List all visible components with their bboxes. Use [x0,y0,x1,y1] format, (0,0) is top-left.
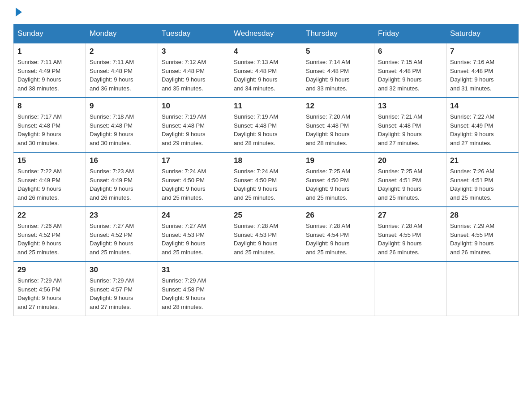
day-info: Sunrise: 7:16 AMSunset: 4:48 PMDaylight:… [450,59,494,92]
day-number: 22 [17,211,82,220]
day-info: Sunrise: 7:11 AMSunset: 4:49 PMDaylight:… [17,59,62,92]
day-number: 30 [90,265,154,274]
day-info: Sunrise: 7:21 AMSunset: 4:48 PMDaylight:… [378,113,422,146]
day-info: Sunrise: 7:23 AMSunset: 4:49 PMDaylight:… [90,168,134,201]
day-number: 9 [90,102,154,111]
day-info: Sunrise: 7:29 AMSunset: 4:55 PMDaylight:… [450,223,494,256]
day-number: 25 [234,211,298,220]
day-info: Sunrise: 7:26 AMSunset: 4:52 PMDaylight:… [17,223,62,256]
logo [13,9,23,15]
weekday-header: Friday [374,25,446,43]
calendar-cell: 28 Sunrise: 7:29 AMSunset: 4:55 PMDaylig… [446,207,519,261]
calendar-cell: 31 Sunrise: 7:29 AMSunset: 4:58 PMDaylig… [158,261,230,316]
day-number: 21 [450,156,515,165]
weekday-header: Sunday [14,25,86,43]
calendar-cell: 21 Sunrise: 7:26 AMSunset: 4:51 PMDaylig… [446,152,519,207]
calendar-cell [230,261,302,316]
calendar-cell: 25 Sunrise: 7:28 AMSunset: 4:53 PMDaylig… [230,207,302,261]
calendar-table: SundayMondayTuesdayWednesdayThursdayFrid… [13,24,519,316]
day-info: Sunrise: 7:24 AMSunset: 4:50 PMDaylight:… [162,168,206,201]
day-info: Sunrise: 7:12 AMSunset: 4:48 PMDaylight:… [162,59,206,92]
day-number: 15 [17,156,82,165]
day-number: 19 [306,156,370,165]
day-number: 14 [450,102,515,111]
calendar-cell: 14 Sunrise: 7:22 AMSunset: 4:49 PMDaylig… [446,98,519,152]
weekday-header: Monday [86,25,158,43]
day-number: 2 [90,47,154,56]
day-info: Sunrise: 7:25 AMSunset: 4:50 PMDaylight:… [306,168,350,201]
day-info: Sunrise: 7:26 AMSunset: 4:51 PMDaylight:… [450,168,494,201]
day-info: Sunrise: 7:13 AMSunset: 4:48 PMDaylight:… [234,59,278,92]
day-info: Sunrise: 7:27 AMSunset: 4:52 PMDaylight:… [90,223,134,256]
day-info: Sunrise: 7:28 AMSunset: 4:55 PMDaylight:… [378,223,422,256]
day-number: 5 [306,47,370,56]
day-info: Sunrise: 7:11 AMSunset: 4:48 PMDaylight:… [90,59,134,92]
day-number: 12 [306,102,370,111]
calendar-cell: 11 Sunrise: 7:19 AMSunset: 4:48 PMDaylig… [230,98,302,152]
calendar-cell [374,261,446,316]
calendar-cell: 13 Sunrise: 7:21 AMSunset: 4:48 PMDaylig… [374,98,446,152]
day-number: 18 [234,156,298,165]
calendar-cell: 30 Sunrise: 7:29 AMSunset: 4:57 PMDaylig… [86,261,158,316]
weekday-header: Tuesday [158,25,230,43]
page-header [13,9,519,15]
calendar-cell: 4 Sunrise: 7:13 AMSunset: 4:48 PMDayligh… [230,43,302,98]
day-info: Sunrise: 7:20 AMSunset: 4:48 PMDaylight:… [306,113,350,146]
calendar-cell: 20 Sunrise: 7:25 AMSunset: 4:51 PMDaylig… [374,152,446,207]
calendar-cell: 1 Sunrise: 7:11 AMSunset: 4:49 PMDayligh… [14,43,86,98]
day-number: 6 [378,47,442,56]
calendar-cell [446,261,519,316]
weekday-header: Wednesday [230,25,302,43]
calendar-cell: 17 Sunrise: 7:24 AMSunset: 4:50 PMDaylig… [158,152,230,207]
calendar-cell: 24 Sunrise: 7:27 AMSunset: 4:53 PMDaylig… [158,207,230,261]
day-number: 27 [378,211,442,220]
day-number: 4 [234,47,298,56]
day-number: 23 [90,211,154,220]
weekday-header: Thursday [302,25,374,43]
day-number: 8 [17,102,82,111]
day-number: 28 [450,211,515,220]
day-number: 11 [234,102,298,111]
day-number: 26 [306,211,370,220]
calendar-cell: 23 Sunrise: 7:27 AMSunset: 4:52 PMDaylig… [86,207,158,261]
calendar-cell: 27 Sunrise: 7:28 AMSunset: 4:55 PMDaylig… [374,207,446,261]
day-number: 16 [90,156,154,165]
calendar-cell: 3 Sunrise: 7:12 AMSunset: 4:48 PMDayligh… [158,43,230,98]
day-number: 1 [17,47,82,56]
calendar-cell: 10 Sunrise: 7:19 AMSunset: 4:48 PMDaylig… [158,98,230,152]
day-info: Sunrise: 7:22 AMSunset: 4:49 PMDaylight:… [17,168,62,201]
calendar-cell: 18 Sunrise: 7:24 AMSunset: 4:50 PMDaylig… [230,152,302,207]
calendar-cell [302,261,374,316]
calendar-cell: 5 Sunrise: 7:14 AMSunset: 4:48 PMDayligh… [302,43,374,98]
day-info: Sunrise: 7:18 AMSunset: 4:48 PMDaylight:… [90,113,134,146]
weekday-header: Saturday [446,25,519,43]
calendar-cell: 6 Sunrise: 7:15 AMSunset: 4:48 PMDayligh… [374,43,446,98]
calendar-cell: 16 Sunrise: 7:23 AMSunset: 4:49 PMDaylig… [86,152,158,207]
day-number: 13 [378,102,442,111]
day-number: 20 [378,156,442,165]
day-info: Sunrise: 7:29 AMSunset: 4:57 PMDaylight:… [90,277,134,310]
calendar-cell: 29 Sunrise: 7:29 AMSunset: 4:56 PMDaylig… [14,261,86,316]
day-number: 7 [450,47,515,56]
day-info: Sunrise: 7:15 AMSunset: 4:48 PMDaylight:… [378,59,422,92]
day-info: Sunrise: 7:27 AMSunset: 4:53 PMDaylight:… [162,223,206,256]
calendar-cell: 7 Sunrise: 7:16 AMSunset: 4:48 PMDayligh… [446,43,519,98]
day-info: Sunrise: 7:22 AMSunset: 4:49 PMDaylight:… [450,113,494,146]
day-info: Sunrise: 7:25 AMSunset: 4:51 PMDaylight:… [378,168,422,201]
calendar-cell: 8 Sunrise: 7:17 AMSunset: 4:48 PMDayligh… [14,98,86,152]
calendar-cell: 26 Sunrise: 7:28 AMSunset: 4:54 PMDaylig… [302,207,374,261]
day-info: Sunrise: 7:28 AMSunset: 4:54 PMDaylight:… [306,223,350,256]
calendar-cell: 12 Sunrise: 7:20 AMSunset: 4:48 PMDaylig… [302,98,374,152]
day-info: Sunrise: 7:29 AMSunset: 4:56 PMDaylight:… [17,277,62,310]
day-number: 24 [162,211,226,220]
calendar-cell: 22 Sunrise: 7:26 AMSunset: 4:52 PMDaylig… [14,207,86,261]
calendar-cell: 9 Sunrise: 7:18 AMSunset: 4:48 PMDayligh… [86,98,158,152]
day-info: Sunrise: 7:24 AMSunset: 4:50 PMDaylight:… [234,168,278,201]
day-info: Sunrise: 7:19 AMSunset: 4:48 PMDaylight:… [162,113,206,146]
day-number: 3 [162,47,226,56]
day-info: Sunrise: 7:17 AMSunset: 4:48 PMDaylight:… [17,113,62,146]
day-number: 17 [162,156,226,165]
day-info: Sunrise: 7:28 AMSunset: 4:53 PMDaylight:… [234,223,278,256]
calendar-cell: 19 Sunrise: 7:25 AMSunset: 4:50 PMDaylig… [302,152,374,207]
calendar-cell: 2 Sunrise: 7:11 AMSunset: 4:48 PMDayligh… [86,43,158,98]
